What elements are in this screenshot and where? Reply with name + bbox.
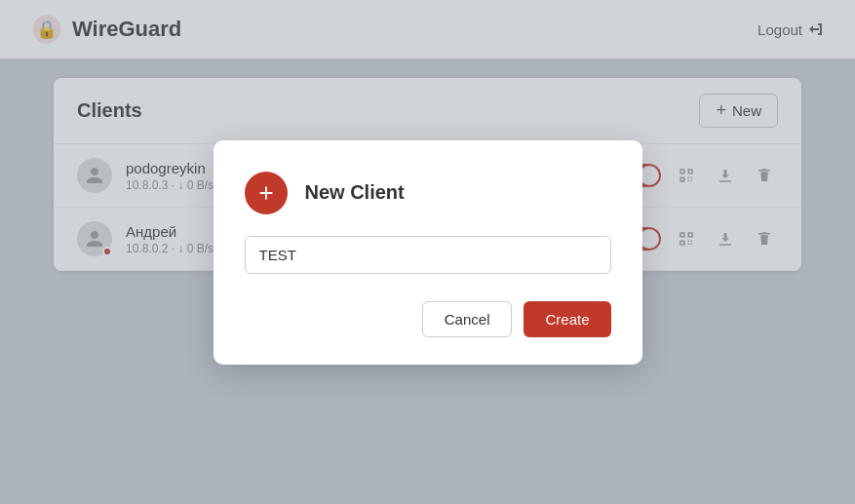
modal-plus-button[interactable] bbox=[245, 172, 288, 214]
new-client-modal: New Client Cancel Create bbox=[214, 140, 642, 365]
plus-icon bbox=[255, 182, 277, 204]
modal-overlay[interactable]: New Client Cancel Create bbox=[0, 0, 855, 504]
cancel-button[interactable]: Cancel bbox=[422, 301, 513, 337]
modal-actions: Cancel Create bbox=[245, 301, 611, 337]
client-name-input[interactable] bbox=[245, 236, 611, 274]
create-button[interactable]: Create bbox=[524, 301, 610, 337]
modal-title: New Client bbox=[305, 181, 405, 204]
modal-header: New Client bbox=[245, 172, 611, 214]
